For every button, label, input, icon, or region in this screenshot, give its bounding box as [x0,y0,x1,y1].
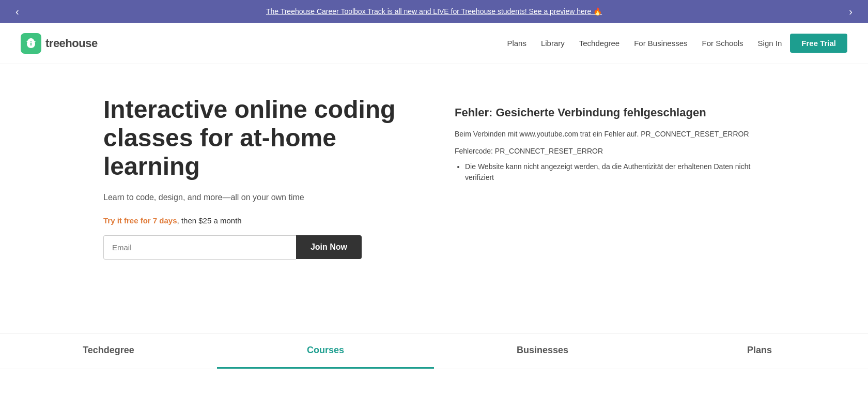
nav-item-for-schools[interactable]: For Schools [702,39,743,48]
trial-text: Try it free for 7 days, then $25 a month [103,216,413,225]
trial-highlight: Try it free for 7 days [103,216,177,225]
error-code: Fehlercode: PR_CONNECT_RESET_ERROR [455,147,765,155]
error-title: Fehler: Gesicherte Verbindung fehlgeschl… [455,105,765,120]
join-now-button[interactable]: Join Now [296,235,362,259]
hero-section: Interactive online coding classes for at… [0,64,868,333]
hero-left: Interactive online coding classes for at… [103,95,413,260]
tab-courses[interactable]: Courses [217,334,434,369]
email-form: Join Now [103,235,362,260]
logo-link[interactable]: treehouse [21,33,98,54]
hero-right: Fehler: Gesicherte Verbindung fehlgeschl… [413,95,765,183]
error-list: Die Website kann nicht angezeigt werden,… [465,161,765,183]
tab-businesses[interactable]: Businesses [434,334,651,369]
nav-links: Plans Library Techdegree For Businesses … [507,39,782,48]
hero-title: Interactive online coding classes for at… [103,95,413,181]
navbar: treehouse Plans Library Techdegree For B… [0,23,868,64]
logo-text: treehouse [45,37,98,50]
tab-plans[interactable]: Plans [651,334,868,369]
nav-item-for-businesses[interactable]: For Businesses [634,39,687,48]
bottom-tabs: Techdegree Courses Businesses Plans [0,333,868,369]
nav-item-plans[interactable]: Plans [507,39,526,48]
nav-item-techdegree[interactable]: Techdegree [579,39,619,48]
announcement-link[interactable]: The Treehouse Career Toolbox Track is al… [266,7,602,16]
error-desc: Beim Verbinden mit www.youtube.com trat … [455,129,765,140]
tab-techdegree[interactable]: Techdegree [0,334,217,369]
email-input[interactable] [103,235,296,260]
announcement-prev-button[interactable]: ‹ [10,6,24,17]
nav-item-sign-in[interactable]: Sign In [758,39,782,48]
trial-rest: , then $25 a month [177,216,242,225]
free-trial-button[interactable]: Free Trial [790,34,847,53]
nav-item-library[interactable]: Library [541,39,565,48]
announcement-next-button[interactable]: › [844,6,858,17]
error-box: Fehler: Gesicherte Verbindung fehlgeschl… [455,105,765,183]
announcement-bar: ‹ The Treehouse Career Toolbox Track is … [0,0,868,23]
error-list-item: Die Website kann nicht angezeigt werden,… [465,161,765,183]
logo-icon [21,33,41,54]
hero-subtitle: Learn to code, design, and more—all on y… [103,191,413,204]
